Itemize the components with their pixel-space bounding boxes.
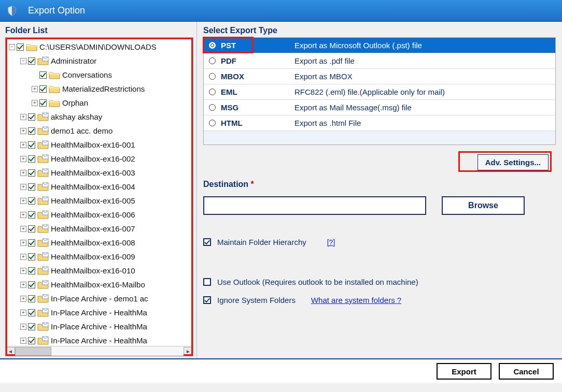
radio-icon[interactable] (209, 89, 216, 95)
tree-node[interactable]: + Orphan (6, 96, 193, 110)
browse-button[interactable]: Browse (442, 196, 525, 215)
tree-node[interactable]: + HealthMailbox-ex16-008 (6, 236, 193, 250)
export-type-row-html[interactable]: HTMLExport as .html File (204, 115, 555, 131)
tree-node[interactable]: + HealthMailbox-ex16-Mailbo (6, 278, 193, 292)
tree-checkbox[interactable] (39, 99, 47, 107)
folder-icon (49, 84, 60, 93)
mailbox-folder-icon (37, 266, 49, 275)
expand-icon[interactable]: + (20, 184, 26, 190)
export-type-row-msg[interactable]: MSGExport as Mail Message(.msg) file (204, 100, 555, 115)
tree-checkbox[interactable] (28, 183, 35, 191)
expand-icon[interactable]: + (20, 212, 26, 218)
radio-icon[interactable] (209, 120, 216, 126)
tree-checkbox[interactable] (28, 211, 35, 219)
expand-icon[interactable]: + (32, 86, 38, 92)
tree-node[interactable]: + In-Place Archive - HealthMa (6, 333, 193, 346)
export-type-desc: RFC822 (.eml) file.(Applicable only for … (294, 88, 445, 96)
expand-icon[interactable]: + (20, 254, 26, 260)
adv-settings-button[interactable]: Adv. Settings... (477, 154, 549, 170)
radio-icon[interactable] (209, 104, 216, 111)
tree-checkbox[interactable] (28, 127, 35, 135)
tree-checkbox[interactable] (39, 85, 47, 93)
tree-node[interactable]: + HealthMailbox-ex16-001 (6, 138, 193, 152)
expand-icon[interactable]: + (20, 226, 26, 232)
tree-node[interactable]: + MaterializedRestrictions (6, 82, 193, 96)
tree-node[interactable]: + HealthMailbox-ex16-009 (6, 250, 193, 264)
scroll-right-arrow[interactable]: ► (184, 347, 193, 356)
tree-checkbox[interactable] (28, 169, 35, 177)
export-type-row-mbox[interactable]: MBOXExport as MBOX (204, 69, 555, 84)
export-type-code: MSG (221, 103, 238, 112)
tree-checkbox[interactable] (28, 323, 35, 330)
tree-node[interactable]: + In-Place Archive - HealthMa (6, 320, 193, 333)
tree-node-label: In-Place Archive - demo1 ac (51, 294, 148, 303)
tree-checkbox[interactable] (28, 295, 35, 302)
tree-checkbox[interactable] (28, 57, 35, 65)
expand-icon[interactable]: + (20, 268, 26, 274)
tree-checkbox[interactable] (28, 267, 35, 274)
expand-icon[interactable]: + (20, 240, 26, 246)
tree-node-label: HealthMailbox-ex16-001 (51, 140, 135, 149)
export-type-row-pdf[interactable]: PDFExport as .pdf file (204, 53, 555, 69)
system-folders-link[interactable]: What are system folders ? (311, 296, 401, 304)
maintain-hierarchy-checkbox[interactable] (203, 238, 211, 246)
tree-node[interactable]: − Administrator (6, 54, 193, 68)
export-type-row-pst[interactable]: PSTExport as Microsoft Outlook (.pst) fi… (204, 38, 555, 53)
expand-icon[interactable]: + (20, 296, 26, 302)
expand-icon[interactable]: + (20, 310, 26, 316)
tree-checkbox[interactable] (17, 43, 24, 51)
export-type-desc: Export as Mail Message(.msg) file (294, 103, 412, 112)
expand-icon[interactable]: + (32, 100, 38, 106)
tree-node[interactable]: − C:\USERS\ADMIN\DOWNLOADS (6, 40, 193, 54)
scroll-left-arrow[interactable]: ◄ (6, 347, 15, 356)
expand-icon[interactable]: + (20, 114, 26, 120)
tree-node[interactable]: + demo1 acc. demo (6, 124, 193, 138)
tree-checkbox[interactable] (28, 141, 35, 149)
radio-icon[interactable] (209, 73, 216, 80)
ignore-system-checkbox[interactable] (203, 296, 211, 304)
tree-node[interactable]: Conversations (6, 68, 193, 82)
tree-checkbox[interactable] (28, 197, 35, 205)
tree-node[interactable]: + HealthMailbox-ex16-005 (6, 194, 193, 208)
expand-icon[interactable]: + (20, 156, 26, 162)
folder-tree[interactable]: − C:\USERS\ADMIN\DOWNLOADS− Administrato… (6, 38, 193, 346)
export-button[interactable]: Export (437, 363, 491, 380)
tree-checkbox[interactable] (28, 239, 35, 246)
tree-node[interactable]: + In-Place Archive - demo1 ac (6, 292, 193, 306)
horizontal-scrollbar[interactable]: ◄ ► (6, 346, 193, 356)
export-type-row-eml[interactable]: EMLRFC822 (.eml) file.(Applicable only f… (204, 84, 555, 100)
tree-node[interactable]: + HealthMailbox-ex16-002 (6, 152, 193, 166)
tree-node[interactable]: + HealthMailbox-ex16-007 (6, 222, 193, 236)
tree-node[interactable]: + In-Place Archive - HealthMa (6, 306, 193, 320)
expand-icon[interactable]: + (20, 142, 26, 148)
tree-checkbox[interactable] (28, 155, 35, 163)
expand-icon[interactable]: + (20, 128, 26, 134)
tree-checkbox[interactable] (28, 337, 35, 344)
cancel-button[interactable]: Cancel (499, 363, 554, 380)
tree-node[interactable]: + HealthMailbox-ex16-010 (6, 264, 193, 278)
tree-checkbox[interactable] (28, 253, 35, 260)
tree-checkbox[interactable] (28, 113, 35, 121)
tree-checkbox[interactable] (28, 281, 35, 288)
radio-icon[interactable] (209, 57, 216, 64)
maintain-hierarchy-help[interactable]: [?] (327, 238, 335, 246)
tree-node[interactable]: + HealthMailbox-ex16-003 (6, 166, 193, 180)
collapse-icon[interactable]: − (20, 58, 26, 64)
destination-input[interactable] (203, 196, 426, 215)
radio-icon[interactable] (209, 42, 216, 49)
tree-checkbox[interactable] (28, 309, 35, 316)
expand-icon[interactable]: + (20, 338, 26, 344)
scroll-thumb[interactable] (15, 347, 51, 356)
tree-node[interactable]: + HealthMailbox-ex16-004 (6, 180, 193, 194)
expand-icon[interactable]: + (20, 198, 26, 204)
expand-icon[interactable]: + (20, 170, 26, 176)
expand-icon[interactable]: + (20, 282, 26, 288)
collapse-icon[interactable]: − (9, 44, 15, 50)
expand-icon[interactable]: + (20, 324, 26, 330)
tree-node-label: In-Place Archive - HealthMa (51, 308, 147, 317)
use-outlook-checkbox[interactable] (203, 278, 211, 286)
tree-node[interactable]: + HealthMailbox-ex16-006 (6, 208, 193, 222)
tree-node[interactable]: + akshay akshay (6, 110, 193, 124)
tree-checkbox[interactable] (39, 71, 47, 79)
tree-checkbox[interactable] (28, 225, 35, 233)
